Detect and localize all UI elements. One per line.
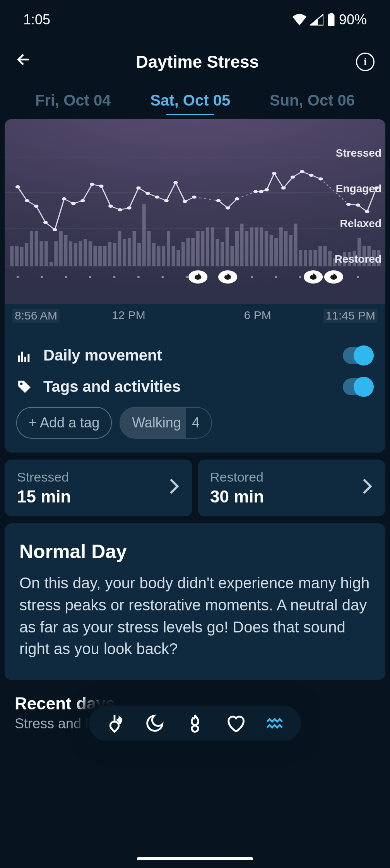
svg-rect-45 <box>201 231 205 266</box>
svg-rect-68 <box>313 250 317 266</box>
svg-rect-137 <box>27 354 29 362</box>
svg-point-87 <box>62 197 67 200</box>
activity-tag-walking[interactable]: Walking 4 <box>120 407 212 439</box>
daily-movement-toggle[interactable] <box>343 347 374 364</box>
chart-controls: Daily movement Tags and activities + Add… <box>5 330 385 453</box>
stress-chart[interactable]: Stressed Engaged Relaxed Restored <box>5 119 385 304</box>
svg-rect-43 <box>191 238 195 266</box>
svg-point-92 <box>108 205 113 208</box>
svg-point-82 <box>15 185 20 188</box>
svg-rect-18 <box>69 241 72 266</box>
svg-point-89 <box>80 199 85 202</box>
svg-point-105 <box>253 190 258 193</box>
nav-readiness-icon[interactable] <box>104 713 125 733</box>
bottom-nav <box>89 706 301 741</box>
status-icons: 90% <box>292 12 367 28</box>
battery-icon <box>327 13 335 26</box>
svg-point-108 <box>272 172 277 175</box>
svg-point-110 <box>291 176 295 179</box>
tags-row: Tags and activities <box>16 371 374 402</box>
svg-rect-55 <box>250 227 253 266</box>
svg-rect-53 <box>240 224 244 266</box>
tag-icon <box>16 379 32 395</box>
svg-point-85 <box>43 221 48 224</box>
svg-rect-29 <box>123 239 126 266</box>
svg-point-103 <box>226 207 230 210</box>
svg-rect-66 <box>304 250 307 266</box>
tag-pills: + Add a tag Walking 4 <box>16 407 374 439</box>
svg-point-95 <box>136 186 141 190</box>
svg-rect-21 <box>84 239 87 266</box>
nav-resilience-icon[interactable] <box>265 713 286 733</box>
summary-body: On this day, your body didn't experience… <box>19 572 371 660</box>
svg-rect-61 <box>279 227 283 266</box>
svg-rect-32 <box>137 243 141 266</box>
bars-icon <box>16 347 32 364</box>
tab-next-day[interactable]: Sun, Oct 06 <box>270 92 355 115</box>
svg-point-121 <box>89 276 91 278</box>
svg-rect-50 <box>226 227 229 266</box>
stressed-card[interactable]: Stressed 15 min <box>5 460 192 516</box>
svg-point-123 <box>137 276 140 278</box>
home-indicator[interactable] <box>137 857 253 860</box>
svg-rect-136 <box>24 357 26 362</box>
restored-card[interactable]: Restored 30 min <box>198 460 385 516</box>
svg-rect-17 <box>64 235 68 266</box>
tags-label: Tags and activities <box>43 378 332 395</box>
add-tag-button[interactable]: + Add a tag <box>16 407 112 439</box>
info-button[interactable]: i <box>356 53 375 71</box>
xtick-noon: 12 PM <box>112 309 145 323</box>
svg-rect-59 <box>270 235 273 266</box>
svg-rect-134 <box>18 355 20 362</box>
back-button[interactable] <box>15 51 39 72</box>
chevron-right-icon <box>168 478 180 499</box>
svg-point-119 <box>41 276 43 278</box>
svg-rect-13 <box>44 241 48 266</box>
nav-heart-icon[interactable] <box>225 713 245 733</box>
svg-rect-30 <box>128 238 131 266</box>
svg-rect-9 <box>25 243 28 266</box>
tags-toggle[interactable] <box>343 378 374 395</box>
svg-rect-20 <box>79 241 82 266</box>
svg-point-96 <box>145 192 150 195</box>
activity-name: Walking <box>132 415 181 431</box>
tab-current-day[interactable]: Sat, Oct 05 <box>150 92 230 115</box>
svg-rect-70 <box>323 246 327 266</box>
svg-point-128 <box>299 276 301 278</box>
svg-point-126 <box>251 276 253 278</box>
svg-rect-135 <box>21 352 23 362</box>
svg-rect-69 <box>318 246 322 266</box>
svg-rect-71 <box>328 251 332 266</box>
daily-movement-row: Daily movement <box>16 340 374 371</box>
nav-activity-icon[interactable] <box>185 713 205 733</box>
svg-rect-42 <box>186 238 190 266</box>
stat-cards: Stressed 15 min Restored 30 min <box>5 460 385 516</box>
svg-point-129 <box>357 276 359 278</box>
svg-point-100 <box>183 200 187 203</box>
nav-sleep-icon[interactable] <box>145 713 165 733</box>
svg-rect-27 <box>113 243 116 266</box>
svg-rect-49 <box>221 242 224 266</box>
ylabel-engaged: Engaged <box>336 183 381 195</box>
svg-rect-24 <box>98 246 102 266</box>
ylabel-relaxed: Relaxed <box>340 217 381 230</box>
wifi-icon <box>292 14 306 26</box>
svg-point-114 <box>346 203 351 206</box>
tab-prev-day[interactable]: Fri, Oct 04 <box>35 92 111 115</box>
svg-point-120 <box>65 276 67 278</box>
battery-percent: 90% <box>339 12 367 28</box>
svg-point-98 <box>164 199 169 202</box>
svg-point-106 <box>259 190 263 193</box>
svg-rect-8 <box>20 247 24 266</box>
svg-point-102 <box>216 199 221 202</box>
svg-point-94 <box>127 207 132 210</box>
svg-point-116 <box>365 210 369 213</box>
svg-point-99 <box>173 181 178 184</box>
chart-xaxis: 8:56 AM 12 PM 6 PM 11:45 PM <box>5 304 385 330</box>
svg-point-109 <box>281 186 286 190</box>
svg-rect-34 <box>147 231 151 266</box>
svg-point-101 <box>192 195 197 198</box>
xtick-start: 8:56 AM <box>12 309 60 323</box>
svg-rect-52 <box>235 231 239 266</box>
xtick-evening: 6 PM <box>244 309 271 323</box>
